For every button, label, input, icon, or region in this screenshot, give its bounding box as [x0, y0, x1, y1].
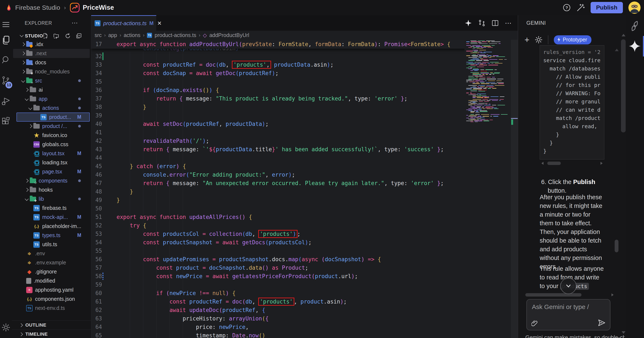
explorer-more-icon[interactable]: ⋯ [72, 19, 78, 27]
tree-file-next-env-d-ts[interactable]: TSnext-env.d.ts [13, 303, 90, 313]
tree-folder-product-[interactable]: product /... [13, 122, 90, 131]
code-line[interactable]: 51export async function updateAllPrices(… [91, 213, 511, 221]
code-line[interactable]: 46 console.error("Error adding product:"… [91, 171, 511, 179]
magic-wand-icon[interactable] [576, 3, 585, 12]
scroll-down-arrow-icon[interactable] [622, 331, 626, 334]
new-chat-icon[interactable]: + [524, 36, 529, 44]
code-line[interactable]: 33 const productRef = doc(db, 'products'… [91, 61, 511, 69]
code-line[interactable]: 64 price: newPrice, [91, 323, 511, 331]
breadcrumb[interactable]: src › app › actions › TS product-actions… [91, 31, 518, 40]
crumb-actions[interactable]: actions [124, 32, 140, 38]
split-editor-icon[interactable] [492, 20, 498, 27]
code-line[interactable]: 56 const updatePromises = productSnapsho… [91, 255, 511, 264]
publish-button[interactable]: Publish [590, 2, 623, 13]
tree-file--modified[interactable]: .modified [13, 276, 90, 285]
extensions-icon[interactable] [2, 117, 10, 125]
crumb-src[interactable]: src [94, 32, 102, 38]
settings-gear-icon[interactable] [2, 323, 10, 332]
code-line[interactable]: 60 if (newPrice !== null) { [91, 289, 511, 297]
crumb-app[interactable]: app [108, 32, 117, 38]
new-file-icon[interactable] [42, 33, 48, 39]
tree-folder-ai[interactable]: ai [13, 85, 90, 94]
panel-scrollbar-thumb[interactable] [621, 39, 626, 132]
send-icon[interactable] [598, 319, 605, 326]
code-line[interactable]: 62 await updateDoc(productRef, { [91, 306, 511, 314]
code-line[interactable]: 42 revalidatePath('/'); [91, 137, 511, 145]
avatar[interactable] [628, 2, 640, 14]
firebase-studio-swirl-icon[interactable] [630, 21, 640, 31]
tree-file-placeholder-im-[interactable]: {..}placeholder-im... [13, 222, 90, 231]
gemini-input[interactable]: Ask Gemini or type / [526, 299, 610, 330]
code-line[interactable]: 44 [91, 153, 511, 162]
new-folder-icon[interactable] [54, 33, 60, 39]
tab-product-actions[interactable]: TS product-actions.ts M ✕ [91, 15, 156, 31]
code-line[interactable]: 59 [91, 280, 511, 289]
code-line[interactable]: 57 const product = docSnapshot.data() as… [91, 264, 511, 272]
menu-hamburger-icon[interactable] [2, 20, 10, 29]
code-line[interactable]: 47 return { message: "An unexpected erro… [91, 179, 511, 187]
code-line[interactable]: 32 [91, 52, 511, 61]
collapse-all-icon[interactable] [76, 33, 82, 39]
code-line[interactable]: 63 priceHistory: arrayUnion({ [91, 314, 511, 323]
tree-folder-components[interactable]: ◇components [13, 176, 90, 185]
more-actions-icon[interactable]: ⋯ [505, 19, 512, 27]
tree-folder-app[interactable]: app [13, 94, 90, 103]
code-line[interactable]: 34 const docSnap = await getDoc(productR… [91, 69, 511, 77]
code-line[interactable]: console.log(productData.asin) [91, 49, 511, 52]
scroll-right-arrow-icon[interactable] [612, 293, 614, 296]
minimap[interactable] [464, 40, 511, 123]
tree-file-utils-ts[interactable]: TSutils.ts [13, 240, 90, 249]
tree-file-globals-css[interactable]: CSSglobals.css [13, 140, 90, 149]
attach-paperclip-icon[interactable] [532, 320, 538, 327]
code-line[interactable]: 38 } [91, 103, 511, 111]
tree-folder-node-modules[interactable]: ✱node_modules [13, 67, 90, 76]
tree-file--env[interactable]: ≑.env [13, 249, 90, 258]
code-line[interactable]: 43 return { message: `'${productData.tit… [91, 145, 511, 153]
inner-scroll-up-arrow-icon[interactable] [615, 49, 619, 51]
tree-folder-hooks[interactable]: hooks [13, 185, 90, 194]
code-line[interactable]: 35 [91, 77, 511, 86]
code-line[interactable]: 53 const productsCol = collection(db, 'p… [91, 230, 511, 238]
tree-file-loading-tsx[interactable]: loading.tsx [13, 158, 90, 167]
tree-folder-docs[interactable]: ≡docs [13, 58, 90, 67]
code-line[interactable]: 41 [91, 128, 511, 137]
crumb-file[interactable]: product-actions.ts [154, 32, 196, 38]
code-line[interactable]: 39 [91, 111, 511, 120]
tree-file-components-json[interactable]: {..}components.json [13, 294, 90, 303]
code-line[interactable]: 45 } catch (error) { [91, 162, 511, 171]
crumb-symbol[interactable]: addProductByUrl [209, 32, 249, 38]
code-line[interactable]: 17export async function addProductByUrl(… [91, 40, 450, 48]
code-line[interactable]: 36 if (docSnap.exists()) { [91, 86, 511, 94]
files-explorer-icon[interactable] [2, 36, 10, 44]
tree-folder-lib[interactable]: ✚lib [13, 194, 90, 204]
code-line[interactable]: 55 [91, 247, 511, 255]
tree-file--env-example[interactable]: ≑.env.example [13, 258, 90, 267]
run-debug-icon[interactable] [2, 97, 10, 106]
scroll-right-arrow-icon[interactable] [600, 162, 602, 165]
prototyper-badge[interactable]: Prototyper [554, 35, 591, 44]
outline-section[interactable]: OUTLINE [12, 320, 91, 329]
help-icon[interactable]: ? [563, 4, 571, 12]
code-line[interactable]: 50 [91, 204, 511, 213]
tree-file-favicon-ico[interactable]: ★favicon.ico [13, 131, 90, 140]
scroll-up-arrow-icon[interactable] [622, 34, 626, 36]
gemini-settings-gear-icon[interactable] [535, 36, 542, 44]
scroll-left-arrow-icon[interactable] [542, 162, 544, 165]
code-line[interactable]: 40 await setDoc(productRef, productData)… [91, 120, 511, 128]
tree-file-firebase-ts[interactable]: TSfirebase.ts [13, 204, 90, 213]
code-line[interactable]: 58 const newPrice = await getLatestPrice… [91, 272, 511, 280]
tree-folder--idx[interactable]: 🔶.idx [13, 40, 90, 49]
workspace-section-header[interactable]: STUDIO [12, 32, 91, 40]
tree-file-layout-tsx[interactable]: layout.tsxM [13, 149, 90, 158]
tree-file-types-ts[interactable]: TStypes.tsM [13, 231, 90, 240]
overview-ruler[interactable] [511, 40, 518, 338]
code-lines[interactable]: 3233 const productRef = doc(db, 'product… [91, 52, 511, 338]
tree-file-product-[interactable]: TSproduct...M [16, 112, 90, 122]
refresh-icon[interactable] [65, 33, 71, 39]
sticky-scroll-line[interactable]: 17export async function addProductByUrl(… [91, 40, 511, 49]
code-line[interactable]: 65 timestamp: Date.now() [91, 331, 511, 338]
tree-file-mock-api-[interactable]: TSmock-api...M [13, 213, 90, 222]
scroll-to-bottom-button[interactable] [560, 278, 576, 294]
code-block-hscrollbar[interactable] [540, 161, 604, 165]
tree-folder-src[interactable]: ‹›src [13, 76, 90, 85]
